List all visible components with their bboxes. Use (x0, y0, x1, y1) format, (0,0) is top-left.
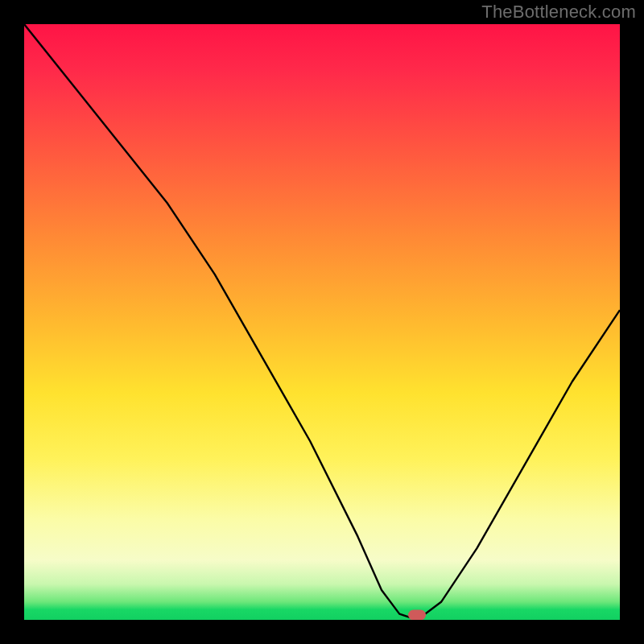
watermark-text: TheBottleneck.com (481, 2, 636, 23)
chart-frame: TheBottleneck.com (0, 0, 644, 644)
plot-area (24, 24, 620, 620)
bottleneck-curve (24, 24, 620, 620)
optimal-point-marker (408, 610, 426, 621)
